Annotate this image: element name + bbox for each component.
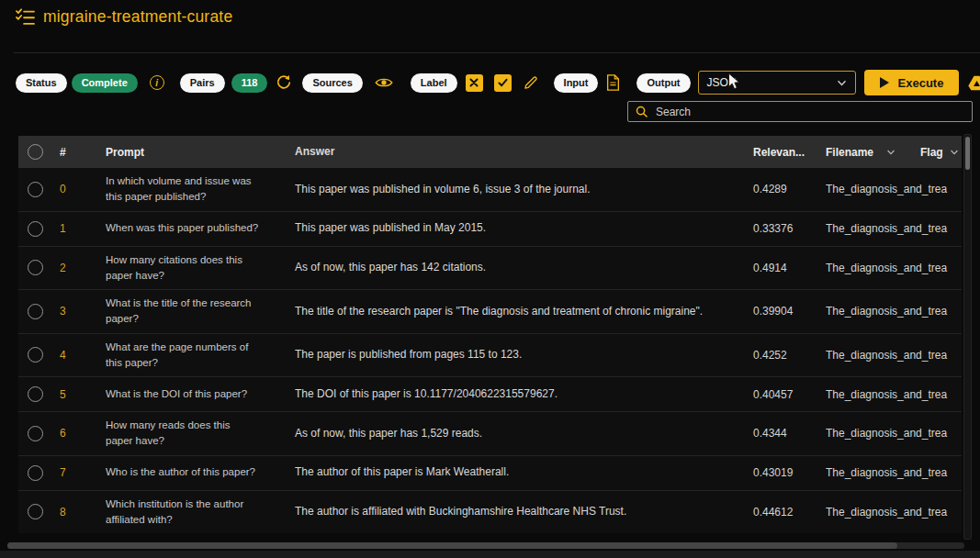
table-header: # Prompt Answer Relevan... Filename Flag [18,136,962,168]
status-badge: Complete [72,73,138,93]
table-row[interactable]: 2 How many citations does this paper hav… [18,246,962,290]
document-icon[interactable] [606,74,620,91]
search-input[interactable] [654,105,964,119]
column-header-answer: Answer [275,144,730,160]
data-table: # Prompt Answer Relevan... Filename Flag… [18,136,962,533]
pencil-icon[interactable] [523,74,539,91]
sources-button[interactable]: Sources [302,73,362,93]
row-checkbox[interactable] [28,221,43,237]
table-row[interactable]: 0 In which volume and issue was this pap… [18,168,962,211]
pairs-button[interactable]: Pairs [180,73,225,93]
input-button[interactable]: Input [554,73,599,93]
chevron-down-icon[interactable] [950,150,959,155]
column-header-prompt: Prompt [86,144,275,161]
table-row[interactable]: 8 Which institution is the author affili… [18,490,962,534]
row-prompt: How many citations does this paper have? [86,252,275,285]
select-all-checkbox[interactable] [28,144,43,160]
row-filename: The_diagnosis_and_trea [800,222,914,235]
row-relevance: 0.4914 [730,262,800,274]
row-checkbox[interactable] [28,260,43,275]
row-relevance: 0.4344 [730,427,800,440]
chevron-down-icon[interactable] [886,150,896,155]
vertical-scrollbar[interactable] [963,134,972,540]
table-row[interactable]: 4 What are the page numbers of this pape… [18,333,962,377]
row-index: 1 [51,222,86,235]
row-filename: The_diagnosis_and_trea [800,183,914,195]
row-checkbox[interactable] [28,386,43,402]
column-header-relevance: Relevan... [730,146,800,159]
checklist-icon [16,8,35,26]
row-checkbox[interactable] [28,426,43,441]
x-square-icon[interactable] [466,74,483,92]
drive-icon[interactable] [968,75,980,91]
row-prompt: What is the DOI of this paper? [86,386,275,402]
row-filename: The_diagnosis_and_trea [800,466,914,479]
horizontal-scrollbar-thumb[interactable] [7,542,897,549]
row-index: 4 [51,349,86,362]
table-row[interactable]: 7 Who is the author of this paper? The a… [18,455,962,490]
column-header-index: # [51,146,86,159]
cursor-pointer-icon [727,73,740,95]
search-bar [627,101,973,122]
table-row[interactable]: 1 When was this paper published? This pa… [18,211,962,246]
row-prompt: What are the page numbers of this paper? [86,340,275,372]
row-filename: The_diagnosis_and_trea [800,305,914,318]
table-row[interactable]: 3 What is the title of the research pape… [18,289,962,333]
column-header-filename-label: Filename [826,146,873,159]
row-filename: The_diagnosis_and_trea [800,349,914,362]
check-square-icon[interactable] [494,74,512,92]
label-button[interactable]: Label [411,73,457,93]
output-format-select[interactable]: JSON [698,71,856,95]
row-filename: The_diagnosis_and_trea [800,262,914,274]
row-prompt: In which volume and issue was this paper… [86,173,275,206]
row-answer: The paper is published from pages 115 to… [275,347,730,363]
footer-band [0,551,980,558]
row-index: 3 [51,305,86,318]
table-row[interactable]: 6 How many reads does this paper have? A… [18,411,962,455]
horizontal-scrollbar[interactable] [7,542,964,549]
table-row[interactable]: 5 What is the DOI of this paper? The DOI… [18,376,962,411]
row-answer: As of now, this paper has 142 citations. [275,260,730,275]
pairs-count-badge: 118 [231,73,268,93]
table-body: 0 In which volume and issue was this pap… [18,168,962,533]
column-header-filename[interactable]: Filename [800,146,914,159]
row-relevance: 0.4289 [730,183,800,195]
vertical-scrollbar-thumb[interactable] [965,137,970,170]
row-index: 5 [51,388,86,401]
row-relevance: 0.44612 [730,506,800,519]
row-answer: As of now, this paper has 1,529 reads. [275,426,730,441]
row-relevance: 0.39904 [730,305,800,318]
status-button[interactable]: Status [16,73,67,93]
row-checkbox[interactable] [28,304,43,319]
row-relevance: 0.4252 [730,349,800,362]
column-header-flag[interactable]: Flag [914,146,970,159]
output-button[interactable]: Output [636,73,690,93]
row-index: 6 [51,427,86,440]
row-prompt: Who is the author of this paper? [86,464,275,480]
row-prompt: How many reads does this paper have? [86,418,275,450]
info-icon[interactable]: i [150,75,164,90]
eye-icon[interactable] [375,76,393,89]
row-relevance: 0.40457 [730,388,800,401]
row-relevance: 0.43019 [730,466,800,479]
row-checkbox[interactable] [28,182,43,197]
row-index: 2 [51,262,86,274]
row-answer: This paper was published in May 2015. [275,220,730,236]
row-checkbox[interactable] [28,347,43,363]
toolbar: Status Complete i Pairs 118 Sources Labe… [16,70,980,95]
row-index: 0 [51,183,86,195]
row-prompt: Which institution is the author affiliat… [86,497,275,529]
execute-label: Execute [898,76,944,90]
title-bar: migraine-treatment-curate [0,0,980,33]
row-answer: The DOI of this paper is 10.1177/2040622… [275,386,730,402]
row-prompt: When was this paper published? [86,220,275,236]
row-index: 7 [51,466,86,479]
row-filename: The_diagnosis_and_trea [800,506,914,519]
row-checkbox[interactable] [28,504,43,519]
row-checkbox[interactable] [28,465,43,481]
column-header-flag-label: Flag [920,146,943,159]
row-filename: The_diagnosis_and_trea [800,388,914,401]
row-filename: The_diagnosis_and_trea [800,427,914,440]
refresh-icon[interactable] [276,74,292,91]
execute-button[interactable]: Execute [864,70,960,95]
